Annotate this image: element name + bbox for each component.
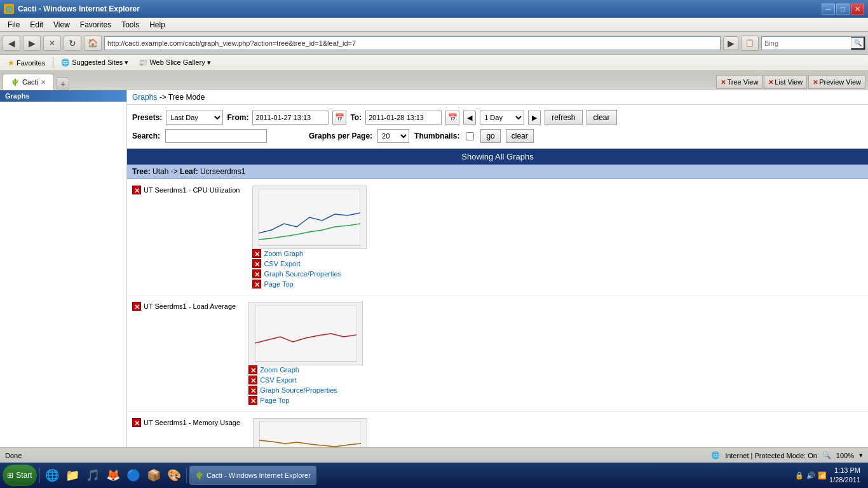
tree-header: Tree: Utah -> Leaf: Ucrseerdms1 (127, 165, 868, 179)
list-view-tab[interactable]: ✕ List View (764, 75, 807, 89)
graph-source-link-0[interactable]: ✕ Graph Source/Properties (252, 269, 374, 278)
menu-help[interactable]: Help (144, 19, 170, 30)
new-tab-button[interactable]: + (57, 78, 69, 90)
tab-label: Cacti (22, 78, 38, 86)
arrow-separator: -> (171, 167, 180, 176)
thumbnails-checkbox[interactable] (466, 132, 474, 140)
web-slice-gallery[interactable]: 📰 Web Slice Gallery ▾ (136, 57, 213, 68)
status-bar: Done 🌐 Internet | Protected Mode: On 🔍 1… (0, 447, 868, 463)
breadcrumb-separator: -> (159, 93, 168, 102)
zoom-graph-link-1[interactable]: ✕ Zoom Graph (248, 365, 370, 374)
menu-tools[interactable]: Tools (116, 19, 144, 30)
browser-icon: 🌐 (4, 4, 14, 14)
menu-view[interactable]: View (48, 19, 75, 30)
showing-all-bar: Showing All Graphs (127, 149, 868, 165)
graph-actions-1: ✕ Zoom Graph ✕ CSV Export ✕ Graph Source… (248, 365, 370, 405)
title-bar: 🌐 Cacti - Windows Internet Explorer ─ □ … (0, 0, 868, 18)
go-button[interactable]: go (480, 129, 500, 143)
graph-svg-2 (259, 421, 361, 447)
page-top-link-0[interactable]: ✕ Page Top (252, 280, 374, 288)
graph-entry-1: ✕ UT Seerdms1 - Load Average ✕ Zoom Grap… (127, 295, 868, 412)
filter-row-2: Search: Graphs per Page: 20 Thumbnails: … (132, 129, 863, 143)
interval-select[interactable]: 1 Day (480, 111, 524, 125)
tab-bar: 🌵 Cacti ✕ + ✕ Tree View ✕ List View ✕ Pr… (0, 71, 868, 90)
graph-title-text-1: UT Seerdms1 - Load Average (144, 302, 236, 310)
svg-rect-3 (255, 305, 356, 362)
filter-row-1: Presets: Last Day From: 📅 To: 📅 ◀ 1 Day … (132, 110, 863, 125)
graph-svg-1 (255, 305, 356, 362)
zoom-graph-link-0[interactable]: ✕ Zoom Graph (252, 249, 374, 258)
browser-content: Graphs Graphs -> Tree Mode Presets: Last… (0, 90, 868, 447)
page-top-link-1[interactable]: ✕ Page Top (248, 396, 370, 405)
preview-view-tab[interactable]: ✕ Preview View (808, 75, 865, 89)
graph-title-2: ✕ UT Seerdms1 - Memory Usage (132, 418, 240, 427)
zoom-icon-0: ✕ (252, 249, 261, 258)
stop-button[interactable]: ✕ (43, 36, 61, 51)
prev-interval-button[interactable]: ◀ (463, 111, 476, 125)
tab-close-button[interactable]: ✕ (41, 79, 46, 86)
window-controls: ─ □ ✕ (822, 3, 864, 15)
bing-search-button[interactable]: 🔍 (851, 37, 865, 50)
favorites-bar: ★ Favorites 🌐 Suggested Sites ▾ 📰 Web Sl… (0, 55, 868, 71)
compatibility-button[interactable]: 📋 (741, 36, 759, 51)
suggested-icon: 🌐 (61, 58, 70, 67)
address-go-button[interactable]: ▶ (723, 36, 738, 50)
menu-edit[interactable]: Edit (25, 19, 48, 30)
presets-label: Presets: (132, 113, 162, 122)
menu-favorites[interactable]: Favorites (75, 19, 116, 30)
refresh-button-filter[interactable]: refresh (545, 110, 582, 125)
zoom-dropdown-arrow[interactable]: ▾ (859, 451, 863, 459)
tree-value: Utah (153, 167, 168, 176)
clear-button-filter[interactable]: clear (587, 110, 617, 125)
close-button[interactable]: ✕ (851, 3, 864, 15)
to-label: To: (350, 113, 362, 122)
presets-select[interactable]: Last Day (166, 111, 223, 125)
address-bar: ◀ ▶ ✕ ↻ 🏠 ▶ 📋 🔍 (0, 32, 868, 55)
thumbnails-label: Thumbnails: (414, 132, 459, 140)
csv-export-link-0[interactable]: ✕ CSV Export (252, 259, 374, 268)
sidebar: Graphs (0, 90, 127, 447)
zoom-icon-1: ✕ (248, 365, 257, 374)
graph-svg-0 (259, 189, 360, 246)
webslice-label: Web Slice Gallery ▾ (149, 58, 210, 67)
csv-export-link-1[interactable]: ✕ CSV Export (248, 376, 370, 384)
address-input[interactable] (104, 36, 721, 50)
bing-search-input[interactable] (762, 37, 851, 50)
to-date-input[interactable] (365, 111, 442, 125)
back-button[interactable]: ◀ (3, 36, 20, 51)
zone-text: Internet | Protected Mode: On (725, 452, 817, 459)
tree-view-label: Tree View (727, 78, 758, 86)
menu-file[interactable]: File (3, 19, 25, 30)
window-title: Cacti - Windows Internet Explorer (18, 4, 822, 13)
preview-view-close-icon: ✕ (813, 79, 818, 86)
tree-view-tab[interactable]: ✕ Tree View (716, 75, 763, 89)
status-text: Done (5, 452, 22, 459)
suggested-sites[interactable]: 🌐 Suggested Sites ▾ (58, 57, 131, 68)
graph-title-close-icon-0[interactable]: ✕ (132, 186, 141, 194)
forward-button[interactable]: ▶ (23, 36, 41, 51)
graph-title-close-icon-2[interactable]: ✕ (132, 418, 141, 427)
graphs-per-page-label: Graphs per Page: (309, 132, 372, 140)
active-tab[interactable]: 🌵 Cacti ✕ (3, 74, 54, 90)
graph-source-link-1[interactable]: ✕ Graph Source/Properties (248, 386, 370, 395)
favorites-button[interactable]: ★ Favorites (5, 57, 48, 69)
graph-title-close-icon-1[interactable]: ✕ (132, 302, 141, 311)
from-date-input[interactable] (252, 111, 329, 125)
home-button[interactable]: 🏠 (84, 36, 102, 51)
graphs-per-page-select[interactable]: 20 (377, 129, 409, 143)
from-calendar-button[interactable]: 📅 (332, 111, 346, 125)
maximize-button[interactable]: □ (836, 3, 850, 15)
pagetop-icon-1: ✕ (248, 396, 257, 405)
refresh-button[interactable]: ↻ (64, 36, 81, 51)
csv-icon-0: ✕ (252, 259, 261, 268)
graph-title-text-0: UT Seerdms1 - CPU Utilization (144, 186, 240, 194)
to-calendar-button[interactable]: 📅 (445, 111, 459, 125)
minimize-button[interactable]: ─ (822, 3, 835, 15)
breadcrumb: Graphs -> Tree Mode (127, 90, 868, 105)
graphs-link[interactable]: Graphs (132, 93, 157, 102)
search-input[interactable] (165, 129, 267, 143)
list-view-label: List View (775, 78, 803, 86)
next-interval-button[interactable]: ▶ (528, 111, 541, 125)
clear2-button[interactable]: clear (506, 129, 534, 143)
tree-label: Tree: (132, 167, 151, 176)
